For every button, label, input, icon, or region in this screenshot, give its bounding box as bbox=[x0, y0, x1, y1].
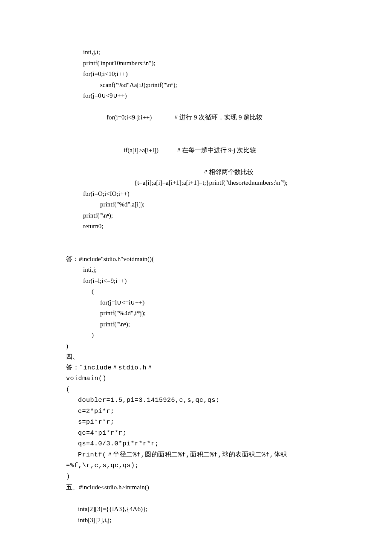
code-line: scanf("%d"Λa[iJ);printf("\nⁿ); bbox=[100, 80, 337, 91]
code-line: return0; bbox=[83, 221, 337, 232]
code-line: for(i=0;i<9-j;i++)〃进行 9 次循环，实现 9 趟比较 bbox=[100, 102, 337, 134]
code-line: for(i=l;i<=9;i++) bbox=[83, 276, 337, 287]
answer-line: 答：ˆinclude〃stdio.h〃 bbox=[66, 363, 337, 374]
code-line: printf("%4d",i*j); bbox=[100, 308, 337, 319]
section-heading: 四、 bbox=[66, 352, 337, 363]
code-line: printf("\nⁿ); bbox=[83, 210, 337, 221]
code-line: printf("\nⁿ); bbox=[100, 319, 337, 330]
code-line: for(j=l∪<=i∪++) bbox=[100, 297, 337, 308]
code-comment: 〃相邻两个数比较 bbox=[202, 167, 337, 178]
code-line: ( bbox=[66, 384, 337, 395]
code-line: ) bbox=[92, 330, 337, 341]
blank-line bbox=[66, 493, 337, 504]
code-line: ) bbox=[66, 341, 337, 352]
code-line: for(j=0∪<9∪++) bbox=[83, 90, 337, 102]
code-line: intb[3][2],i,j; bbox=[78, 515, 337, 526]
code-line: if(a[i]>a[i+l])〃在每一趟中进行 9-j 次比较 bbox=[117, 134, 337, 167]
blank-line bbox=[66, 243, 337, 254]
blank-line bbox=[66, 232, 337, 243]
code-comment: 〃在每一趟中进行 9-j 次比较 bbox=[176, 145, 256, 156]
section-heading: 五、#include<stdio.h>intmain() bbox=[66, 482, 337, 493]
code-line: c=2*pi*r; bbox=[78, 406, 337, 417]
code-text: if(a[i]>a[i+l]) bbox=[124, 147, 159, 154]
code-line: doubler=1.5,pi=3.1415926,c,s,qc,qs; bbox=[78, 395, 337, 406]
code-line: =%f,\r,c,s,qc,qs); bbox=[66, 460, 337, 471]
code-line: voidmain() bbox=[66, 373, 337, 384]
code-line: ( bbox=[92, 286, 337, 297]
code-line: s=pi*r*r; bbox=[78, 417, 337, 428]
code-comment: 〃进行 9 次循环，实现 9 趟比较 bbox=[173, 112, 262, 123]
answer-line: 答：#include"stdio.h"voidmain()( bbox=[66, 254, 337, 265]
code-line: qs=4.0/3.0*pi*r*r*r; bbox=[78, 439, 337, 450]
code-line: printf('input10numbers:\n"); bbox=[83, 58, 337, 69]
code-text: for(i=0;i<9-j;i++) bbox=[107, 114, 152, 121]
code-line: for(i=0;i<10;i++) bbox=[83, 69, 337, 80]
document-page: inti,j,t; printf('input10numbers:\n"); f… bbox=[0, 0, 392, 555]
code-line: inta[2][3]={{lΛ3},{4Λ6)}; bbox=[78, 504, 337, 515]
code-line: printf("%d",a[i]); bbox=[100, 199, 337, 210]
code-line: inti,j,t; bbox=[83, 47, 337, 58]
code-line: Printf(〃半径二%f,圆的面积二%f,面积二%f,球的表面积二%f,体积 bbox=[78, 450, 337, 461]
code-line: fbr(i=O;i<IO;i++) bbox=[83, 189, 337, 200]
code-line: ) bbox=[66, 471, 337, 482]
code-line: inti,j; bbox=[83, 264, 337, 276]
code-line: qc=4*pi*r*r; bbox=[78, 428, 337, 439]
code-line: {t=a[i];a[i]=a[i+1];a[i+1]=t;}printf("th… bbox=[134, 177, 337, 189]
